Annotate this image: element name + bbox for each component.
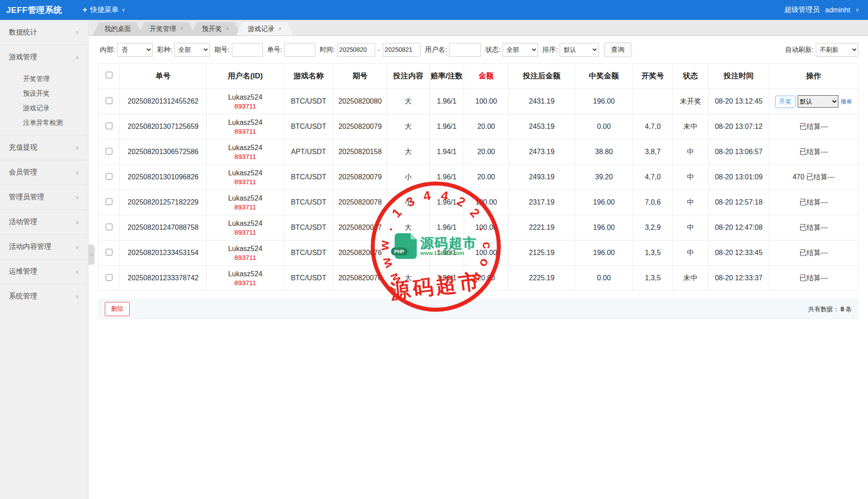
action-select[interactable]: 默认 — [798, 95, 838, 108]
amount-cell: 100.00 — [464, 190, 508, 215]
table-row: 202508201247088758Lukasz524893711BTC/USD… — [99, 215, 858, 240]
row-checkbox[interactable] — [106, 198, 112, 205]
sidebar-item[interactable]: 会员管理∨ — [0, 160, 88, 185]
tab-close-icon[interactable]: × — [180, 22, 184, 35]
sidebar-item[interactable]: 充值提现∨ — [0, 135, 88, 160]
win-amount-cell: 196.00 — [575, 89, 633, 114]
sidebar-item-label: 活动内容管理 — [9, 242, 51, 251]
delete-button[interactable]: 删除 — [105, 302, 130, 316]
status-cell: 中 — [673, 240, 708, 266]
sidebar-subitem[interactable]: 预设开奖 — [0, 86, 88, 101]
query-button[interactable]: 查询 — [604, 43, 631, 57]
table-header-row: 单号用户名(ID)游戏名称期号投注内容赔率/注数金额投注后金额中奖金额开奖号状态… — [99, 64, 858, 89]
amount-cell: 20.00 — [464, 165, 508, 190]
lottery-label: 彩种: — [157, 46, 172, 54]
amount-cell: 20.00 — [464, 266, 508, 291]
row-checkbox[interactable] — [106, 224, 112, 230]
sidebar-item[interactable]: 游戏管理∧ — [0, 45, 88, 70]
order-input[interactable] — [284, 43, 315, 57]
chevron-down-icon: ∨ — [75, 170, 79, 176]
sidebar-item[interactable]: 管理员管理∨ — [0, 185, 88, 209]
amount-cell: 100.00 — [464, 89, 508, 114]
issue-cell: 20250820079 — [333, 114, 387, 139]
sidebar-item-label: 管理员管理 — [9, 193, 44, 202]
sidebar-subitem[interactable]: 注单异常检测 — [0, 115, 88, 130]
issue-cell: 20250820077 — [333, 215, 387, 240]
issue-input[interactable] — [232, 43, 263, 57]
column-header: 游戏名称 — [284, 64, 333, 89]
time-to-input[interactable] — [383, 43, 421, 57]
sidebar-subitem[interactable]: 开奖管理 — [0, 71, 88, 86]
odds-cell: 1.96/1 — [429, 240, 464, 266]
order-no-cell: 202508201233453154 — [120, 240, 207, 266]
tab-label: 我的桌面 — [104, 22, 131, 35]
cancel-order-link[interactable]: 撤单 — [841, 98, 852, 105]
status-cell: 中 — [673, 190, 708, 215]
tab-item[interactable]: 预开奖× — [191, 22, 241, 35]
bet-time-cell: 08-20 13:12:45 — [708, 89, 769, 114]
row-select-cell — [99, 190, 120, 215]
quick-menu-button[interactable]: + 快捷菜单 ∨ — [82, 5, 125, 15]
sidebar-item[interactable]: 活动管理∨ — [0, 209, 88, 234]
sort-select[interactable]: 默认 — [560, 43, 599, 57]
sidebar-collapse-handle[interactable]: ‹ — [88, 244, 95, 265]
sidebar-item[interactable]: 系统管理∨ — [0, 284, 88, 309]
bet-time-cell: 08-20 13:07:12 — [708, 114, 769, 139]
tab-item[interactable]: 我的桌面 — [93, 22, 142, 35]
bet-time-cell: 08-20 12:33:37 — [708, 266, 769, 291]
footer-bar: 删除 共有数据：8条 — [98, 299, 858, 319]
game-cell: BTC/USDT — [284, 266, 333, 291]
sidebar-item[interactable]: 数据统计∨ — [0, 20, 88, 45]
issue-cell: 20250820080 — [333, 89, 387, 114]
sidebar-item[interactable]: 活动内容管理∨ — [0, 234, 88, 259]
after-amount-cell: 2225.19 — [508, 266, 575, 291]
plus-icon: + — [82, 5, 87, 15]
row-checkbox[interactable] — [106, 97, 112, 104]
column-header: 开奖号 — [633, 64, 672, 89]
sidebar-item[interactable]: 运维管理∨ — [0, 259, 88, 284]
amount-cell: 20.00 — [464, 139, 508, 165]
select-all-checkbox[interactable] — [106, 72, 112, 78]
win-amount-cell: 196.00 — [575, 215, 633, 240]
bet-time-cell: 08-20 12:57:18 — [708, 190, 769, 215]
draw-button[interactable]: 开奖 — [775, 96, 795, 108]
tab-close-icon[interactable]: × — [226, 22, 230, 35]
win-amount-cell: 196.00 — [575, 190, 633, 215]
action-cell: 开奖默认撤单 — [769, 89, 858, 114]
column-header: 期号 — [333, 64, 387, 89]
after-amount-cell: 2473.19 — [508, 139, 575, 165]
after-amount-cell: 2453.19 — [508, 114, 575, 139]
internal-select[interactable]: 否 — [117, 43, 153, 57]
draw-no-cell: 3,8,7 — [633, 139, 672, 165]
column-header: 状态 — [673, 64, 708, 89]
username-cell: Lukasz524893711 — [206, 89, 284, 114]
draw-no-cell: 4,7,0 — [633, 165, 672, 190]
status-select[interactable]: 全部 — [503, 43, 538, 57]
bet-time-cell: 08-20 13:06:57 — [708, 139, 769, 165]
row-checkbox[interactable] — [106, 173, 112, 180]
time-from-input[interactable] — [337, 43, 375, 57]
column-header: 赔率/注数 — [429, 64, 464, 89]
draw-no-cell: 7,0,6 — [633, 190, 672, 215]
account-menu[interactable]: 超级管理员 adminht ∨ — [784, 5, 859, 15]
username-input[interactable] — [449, 43, 481, 57]
tab-close-icon[interactable]: × — [278, 22, 282, 35]
user-name: Lukasz524 — [207, 194, 284, 202]
topbar: JEFF管理系统 + 快捷菜单 ∨ 超级管理员 adminht ∨ — [0, 0, 868, 20]
action-cell: 已结算--- — [769, 240, 858, 266]
bet-content-cell: 大 — [387, 114, 429, 139]
username-cell: Lukasz524893711 — [206, 266, 284, 291]
refresh-select[interactable]: 不刷新 — [816, 43, 858, 57]
row-checkbox[interactable] — [106, 249, 112, 255]
row-checkbox[interactable] — [106, 274, 112, 281]
settled-text: 已结算--- — [799, 224, 828, 231]
chevron-left-icon: ‹ — [91, 251, 92, 258]
tab-item[interactable]: 开奖管理× — [138, 22, 195, 35]
user-name: Lukasz524 — [207, 245, 284, 253]
tab-active[interactable]: 游戏记录× — [236, 22, 293, 35]
sidebar-submenu: 开奖管理预设开奖游戏记录注单异常检测 — [0, 70, 88, 135]
row-checkbox[interactable] — [106, 123, 112, 129]
lottery-select[interactable]: 全部 — [174, 43, 210, 57]
row-checkbox[interactable] — [106, 148, 112, 155]
sidebar-subitem[interactable]: 游戏记录 — [0, 101, 88, 115]
